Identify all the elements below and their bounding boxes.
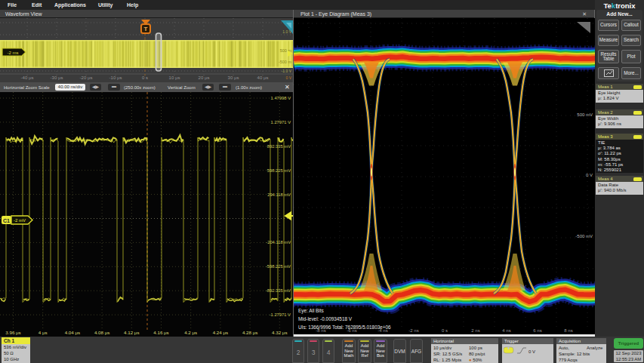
svg-text:0 V: 0 V <box>528 349 535 354</box>
svg-text:598.225 mV: 598.225 mV <box>267 168 291 173</box>
svg-text:-10 μs: -10 μs <box>109 75 122 80</box>
svg-text:10 μs: 10 μs <box>169 75 180 80</box>
svg-text:4.32 μs: 4.32 μs <box>272 330 287 335</box>
svg-text:T: T <box>144 26 148 32</box>
svg-text:-4 ns: -4 ns <box>377 328 387 333</box>
svg-text:4.2 μs: 4.2 μs <box>184 330 197 335</box>
svg-text:2 ns: 2 ns <box>471 328 479 333</box>
svg-text:Eye: All Bits: Eye: All Bits <box>298 308 324 314</box>
svg-text:Mid-level: -0.00934518 V: Mid-level: -0.00934518 V <box>298 316 353 321</box>
svg-text:-500 m: -500 m <box>279 60 292 64</box>
svg-text:-6 ns: -6 ns <box>347 328 356 333</box>
svg-text:1.0 V: 1.0 V <box>282 29 291 34</box>
svg-text:-1.0 V: -1.0 V <box>282 69 292 73</box>
svg-text:-500 mV: -500 mV <box>575 234 593 238</box>
svg-text:294.118 mV: 294.118 mV <box>267 192 291 197</box>
svg-text:1.27971 V: 1.27971 V <box>271 120 291 125</box>
svg-text:0 V: 0 V <box>285 75 291 80</box>
svg-text:4.12 μs: 4.12 μs <box>124 330 139 335</box>
svg-text:892.335 mV: 892.335 mV <box>267 144 291 149</box>
svg-text:6 ns: 6 ns <box>533 328 541 333</box>
svg-text:4.08 μs: 4.08 μs <box>94 330 109 335</box>
svg-text:4.16 μs: 4.16 μs <box>153 330 168 335</box>
svg-text:4.04 μs: 4.04 μs <box>65 330 80 335</box>
svg-text:0 s: 0 s <box>142 75 148 80</box>
svg-text:4.24 μs: 4.24 μs <box>213 330 228 335</box>
svg-text:0 s: 0 s <box>442 328 448 333</box>
svg-text:30 μs: 30 μs <box>228 75 239 80</box>
svg-text:40 μs: 40 μs <box>257 75 269 80</box>
svg-text:-8 ns: -8 ns <box>316 328 325 333</box>
svg-text:-40 μs: -40 μs <box>21 75 34 80</box>
svg-text:-1.27971 V: -1.27971 V <box>270 312 291 317</box>
svg-text:-20 μs: -20 μs <box>80 75 93 80</box>
svg-text:-2 ns: -2 ns <box>408 328 418 333</box>
svg-text:4.28 μs: 4.28 μs <box>242 330 257 335</box>
svg-text:4 μs: 4 μs <box>39 330 48 335</box>
svg-text:-2 ms: -2 ms <box>8 51 19 55</box>
svg-text:-892.335 mV: -892.335 mV <box>266 288 291 293</box>
svg-text:0 V: 0 V <box>586 173 593 177</box>
svg-text:-204.118 mV: -204.118 mV <box>266 240 291 245</box>
svg-text:8 ns: 8 ns <box>564 328 572 333</box>
svg-text:-598.225 mV: -598.225 mV <box>266 264 291 269</box>
svg-text:3.96 μs: 3.96 μs <box>5 330 20 335</box>
svg-text:-2 mV: -2 mV <box>14 218 26 223</box>
svg-text:1.47998 V: 1.47998 V <box>271 96 291 100</box>
svg-text:500 mV: 500 mV <box>577 112 593 117</box>
svg-text:-30 μs: -30 μs <box>51 75 63 80</box>
svg-text:20 μs: 20 μs <box>199 75 210 80</box>
svg-text:4 ns: 4 ns <box>502 328 510 333</box>
svg-text:C1: C1 <box>3 218 10 223</box>
